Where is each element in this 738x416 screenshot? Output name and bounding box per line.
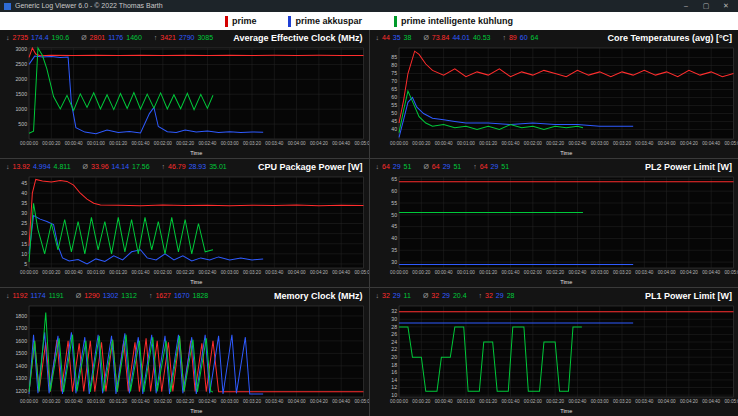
svg-text:00:04:00: 00:04:00 [288,400,306,405]
window-maximize-button[interactable]: ▢ [698,0,714,12]
svg-text:00:01:20: 00:01:20 [109,400,127,405]
svg-text:14: 14 [391,377,397,383]
svg-text:00:04:00: 00:04:00 [657,400,675,405]
stat-min: ↓642951 [376,163,415,170]
stat-avg: Ø129013021312 [76,292,140,299]
chart-plot[interactable]: 00:00:0000:00:2000:00:4000:01:0000:01:20… [370,45,738,158]
legend-label: prime akkuspar [295,16,362,26]
chart-plot[interactable]: 00:00:0000:00:2000:00:4000:01:0000:01:20… [0,174,369,287]
svg-text:40: 40 [21,190,27,196]
svg-text:00:01:40: 00:01:40 [501,271,519,276]
svg-text:35: 35 [391,247,397,253]
chart-stats: ↓119211741191Ø129013021312↑162716701828 [6,292,211,299]
svg-text:45: 45 [391,223,397,229]
svg-text:00:01:20: 00:01:20 [109,271,127,276]
legend-item-prime-akkuspar[interactable]: prime akkuspar [288,16,362,27]
chart-header: ↓119211741191Ø129013021312↑162716701828 … [0,288,369,303]
svg-text:00:01:20: 00:01:20 [109,142,127,147]
svg-text:00:05:00: 00:05:00 [355,142,369,147]
legend-marker-green [394,16,397,27]
chart-stats: ↓2735174.4190.6Ø280111761460↑34212790308… [6,34,216,41]
svg-text:2000: 2000 [15,76,27,82]
svg-text:16: 16 [391,369,397,375]
svg-text:00:00:40: 00:00:40 [65,271,83,276]
svg-text:00:01:00: 00:01:00 [456,271,474,276]
svg-text:00:00:40: 00:00:40 [434,271,452,276]
chart-panel-core-temperatures: ↓443538Ø73.8444.0140.53↑896064 Core Temp… [370,30,738,158]
stat-max: ↑162716701828 [149,292,211,299]
svg-text:00:00:00: 00:00:00 [390,400,408,405]
window-minimize-button[interactable]: – [678,0,694,12]
svg-text:00:03:20: 00:03:20 [613,400,631,405]
svg-text:24: 24 [391,339,397,345]
svg-text:00:04:00: 00:04:00 [288,271,306,276]
window-titlebar[interactable]: Generic Log Viewer 6.0 - © 2022 Thomas B… [0,0,738,12]
svg-text:65: 65 [391,176,397,182]
stat-min: ↓322911 [376,292,414,299]
svg-text:45: 45 [391,118,397,124]
legend-item-prime-intelligente-kuehlung[interactable]: prime intelligente kühlung [394,16,513,27]
svg-text:32: 32 [391,308,397,314]
chart-stats: ↓443538Ø73.8444.0140.53↑896064 [376,34,542,41]
svg-text:12: 12 [391,384,397,390]
legend-item-prime[interactable]: prime [225,16,257,27]
svg-text:00:03:00: 00:03:00 [590,271,608,276]
svg-text:00:04:00: 00:04:00 [657,271,675,276]
svg-text:00:05:00: 00:05:00 [355,271,369,276]
svg-text:00:00:20: 00:00:20 [42,400,60,405]
stat-max: ↑46.7928.9335.01 [162,163,230,170]
chart-plot[interactable]: 00:00:0000:00:2000:00:4000:01:0000:01:20… [370,174,738,287]
svg-text:25: 25 [21,220,27,226]
chart-panel-average-effective-clock: ↓2735174.4190.6Ø280111761460↑34212790308… [0,30,369,158]
stat-min: ↓2735174.4190.6 [6,34,72,41]
chart-stats: ↓13.924.9944.811Ø33.9614.1417.56↑46.7928… [6,163,230,170]
svg-text:00:03:00: 00:03:00 [590,142,608,147]
chart-plot[interactable]: 00:00:0000:00:2000:00:4000:01:0000:01:20… [370,303,738,416]
window-close-button[interactable]: ✕ [718,0,734,12]
legend-marker-red [225,16,228,27]
plot-background [399,306,733,397]
svg-text:00:04:20: 00:04:20 [310,271,328,276]
svg-text:00:00:20: 00:00:20 [412,400,430,405]
stat-avg: Ø280111761460 [81,34,145,41]
svg-text:28: 28 [391,324,397,330]
svg-text:00:00:00: 00:00:00 [390,271,408,276]
svg-text:500: 500 [18,121,27,127]
x-axis-label: Time [190,409,202,415]
svg-text:00:04:40: 00:04:40 [702,142,720,147]
svg-text:00:01:20: 00:01:20 [479,271,497,276]
svg-text:00:03:20: 00:03:20 [243,142,261,147]
svg-text:00:02:20: 00:02:20 [546,142,564,147]
chart-header: ↓443538Ø73.8444.0140.53↑896064 Core Temp… [370,30,738,45]
x-axis-label: Time [190,280,202,286]
svg-text:00:04:40: 00:04:40 [332,400,350,405]
chart-plot[interactable]: 00:00:0000:00:2000:00:4000:01:0000:01:20… [0,45,369,158]
svg-text:30: 30 [391,259,397,265]
svg-text:00:02:40: 00:02:40 [198,400,216,405]
svg-text:00:02:00: 00:02:00 [523,400,541,405]
svg-text:80: 80 [391,62,397,68]
svg-text:1400: 1400 [15,363,27,369]
plot-background [29,48,363,139]
x-axis-label: Time [560,151,572,157]
plot-background [399,177,733,268]
stat-avg: Ø73.8444.0140.53 [423,34,493,41]
svg-text:40: 40 [391,235,397,241]
svg-text:30: 30 [391,316,397,322]
svg-text:00:00:00: 00:00:00 [20,271,38,276]
x-axis-label: Time [560,409,572,415]
svg-text:00:01:20: 00:01:20 [479,142,497,147]
svg-text:00:02:40: 00:02:40 [198,142,216,147]
chart-stats: ↓322911Ø322920.4↑322928 [376,292,518,299]
app-icon [4,3,11,10]
stat-min: ↓443538 [376,34,415,41]
svg-text:00:04:20: 00:04:20 [679,271,697,276]
svg-text:00:05:00: 00:05:00 [355,400,369,405]
legend-bar: prime prime akkuspar prime intelligente … [0,12,738,30]
legend-marker-blue [288,16,291,27]
svg-text:2500: 2500 [15,61,27,67]
svg-text:00:02:00: 00:02:00 [523,271,541,276]
svg-text:1300: 1300 [15,375,27,381]
svg-text:00:03:00: 00:03:00 [221,400,239,405]
chart-plot[interactable]: 00:00:0000:00:2000:00:4000:01:0000:01:20… [0,303,369,416]
